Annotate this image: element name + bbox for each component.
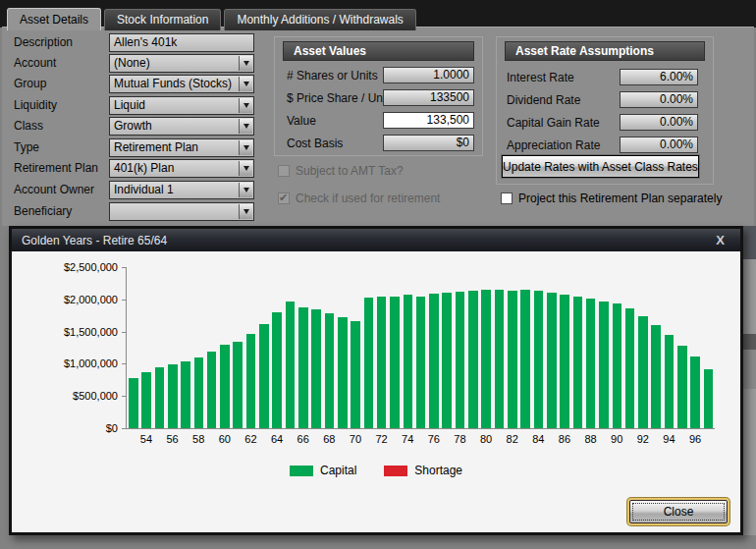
capital-bar xyxy=(599,302,609,428)
chevron-down-icon[interactable] xyxy=(239,56,252,71)
capital-bar xyxy=(194,357,204,428)
account-owner-select[interactable]: Individual 1 xyxy=(109,181,254,199)
shares-label: # Shares or Units xyxy=(287,69,378,82)
x-axis-tick-label: 78 xyxy=(454,433,465,445)
account-owner-label: Account Owner xyxy=(14,183,94,196)
class-select[interactable]: Growth xyxy=(109,117,254,136)
capital-bar xyxy=(625,308,635,428)
capital-bar xyxy=(181,361,190,428)
used-for-retirement-label: Check if used for retirement xyxy=(296,192,440,205)
tab-asset-details[interactable]: Asset Details xyxy=(7,8,101,30)
capital-bar xyxy=(520,290,530,428)
capital-bar xyxy=(207,352,217,428)
capital-bar xyxy=(404,295,413,428)
beneficiary-select[interactable] xyxy=(109,202,254,221)
capital-bar xyxy=(547,293,557,428)
cost-basis-input[interactable]: $0 xyxy=(383,135,474,151)
group-label: Group xyxy=(14,77,46,90)
interest-rate-input[interactable]: 6.00% xyxy=(620,69,698,85)
capital-bar xyxy=(298,307,308,428)
appreciation-rate-label: Appreciation Rate xyxy=(507,138,600,152)
capital-bar xyxy=(429,294,439,428)
chevron-down-icon[interactable] xyxy=(239,183,252,197)
chevron-down-icon[interactable] xyxy=(239,98,252,113)
y-axis-tick-mark xyxy=(122,332,127,333)
liquidity-select[interactable]: Liquid xyxy=(109,96,254,115)
dialog-title-bar[interactable]: Golden Years - Retire 65/64 X xyxy=(12,229,740,251)
chevron-down-icon[interactable] xyxy=(239,119,252,134)
asset-values-header: Asset Values xyxy=(283,41,474,61)
used-for-retirement-checkbox[interactable] xyxy=(278,192,290,204)
chevron-down-icon[interactable] xyxy=(239,204,252,219)
close-button[interactable]: Close xyxy=(629,500,728,523)
amt-tax-checkbox[interactable] xyxy=(278,165,290,177)
description-label: Description xyxy=(14,35,73,49)
capital-bar xyxy=(573,297,583,428)
description-input[interactable]: Allen's 401k xyxy=(109,33,254,52)
chevron-down-glyph xyxy=(243,209,249,214)
chevron-down-icon[interactable] xyxy=(239,161,252,176)
update-rates-button[interactable]: Update Rates with Asset Class Rates xyxy=(502,155,699,178)
value-input[interactable]: 133,500 xyxy=(383,112,474,129)
dialog-body: $0$500,000$1,000,000$1,500,000$2,000,000… xyxy=(12,251,740,532)
capital-bar xyxy=(468,291,478,428)
shortage-legend-label: Shortage xyxy=(414,464,462,477)
x-axis-tick-label: 56 xyxy=(166,433,178,445)
y-axis-tick-mark xyxy=(122,267,127,268)
tab-bar: Asset Details Stock Information Monthly … xyxy=(7,8,416,30)
capital-bar xyxy=(155,367,165,428)
x-axis-tick-label: 80 xyxy=(480,433,492,445)
background-scrollbar-strip[interactable] xyxy=(743,226,756,535)
chart-plot-area: $0$500,000$1,000,000$1,500,000$2,000,000… xyxy=(126,267,715,429)
chevron-down-glyph xyxy=(243,124,249,129)
capital-bar xyxy=(390,297,400,428)
capital-bar xyxy=(677,346,687,428)
group-select[interactable]: Mutual Funds (Stocks) xyxy=(109,75,254,93)
type-value: Retirement Plan xyxy=(110,139,253,156)
chevron-down-icon[interactable] xyxy=(239,140,252,155)
capital-bar xyxy=(665,335,675,428)
asset-values-panel: Asset Values # Shares or Units 1.0000 $ … xyxy=(274,36,483,156)
capital-bar xyxy=(325,313,335,428)
used-for-retirement-checkbox-row: Check if used for retirement xyxy=(278,192,440,205)
capital-bar xyxy=(495,290,505,428)
capital-bar xyxy=(364,298,374,428)
legend-item-capital: Capital xyxy=(290,464,356,477)
capital-bar xyxy=(481,290,491,428)
dialog-title: Golden Years - Retire 65/64 xyxy=(22,234,710,247)
appreciation-rate-input[interactable]: 0.00% xyxy=(620,137,698,153)
project-separately-checkbox[interactable] xyxy=(501,192,513,204)
group-value: Mutual Funds (Stocks) xyxy=(110,76,253,92)
type-select[interactable]: Retirement Plan xyxy=(109,138,254,157)
price-per-unit-input[interactable]: 133500 xyxy=(383,89,474,106)
x-axis-tick-label: 62 xyxy=(244,433,256,445)
capital-gain-rate-input[interactable]: 0.00% xyxy=(620,114,698,131)
retirement-plan-select[interactable]: 401(k) Plan xyxy=(109,159,254,178)
capital-bar xyxy=(534,291,544,428)
tab-monthly-additions-withdrawals[interactable]: Monthly Additions / Withdrawals xyxy=(224,9,415,30)
y-axis-tick-mark xyxy=(122,428,127,429)
class-label: Class xyxy=(14,119,43,133)
capital-bar xyxy=(338,317,348,428)
capital-bar xyxy=(690,357,700,428)
asset-rate-assumptions-header: Asset Rate Assumptions xyxy=(505,41,705,61)
type-label: Type xyxy=(14,140,39,154)
close-icon[interactable]: X xyxy=(710,233,730,247)
shares-input[interactable]: 1.0000 xyxy=(383,67,474,83)
beneficiary-label: Beneficiary xyxy=(14,204,72,218)
chevron-down-icon[interactable] xyxy=(239,77,252,91)
capital-bar xyxy=(416,297,426,428)
dividend-rate-input[interactable]: 0.00% xyxy=(620,91,698,108)
capital-bar xyxy=(638,316,648,428)
capital-gain-rate-label: Capital Gain Rate xyxy=(507,116,600,130)
shortage-swatch xyxy=(384,466,407,476)
account-select[interactable]: (None) xyxy=(109,54,254,73)
x-axis-tick-label: 72 xyxy=(375,433,387,445)
capital-bar xyxy=(246,334,256,428)
capital-bar xyxy=(442,293,452,428)
y-axis-tick-label: $1,000,000 xyxy=(25,357,118,369)
tab-stock-information[interactable]: Stock Information xyxy=(104,9,221,30)
x-axis-tick-label: 96 xyxy=(689,433,701,445)
y-axis-tick-mark xyxy=(122,300,127,301)
project-separately-checkbox-row: Project this Retirement Plan separately xyxy=(501,192,722,205)
